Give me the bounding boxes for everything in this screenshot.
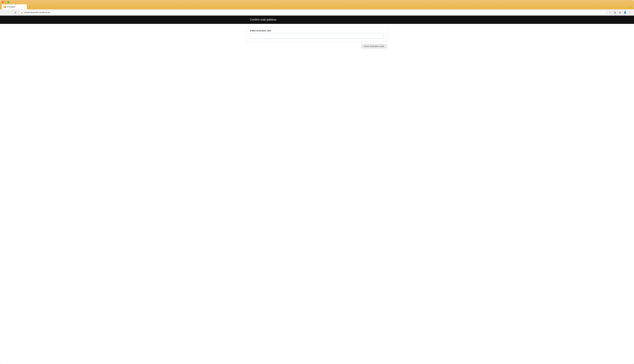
actions-row: Send verification code <box>247 44 387 49</box>
page-title: Confirm mail address <box>250 18 384 21</box>
sidebar-icon: ⊟ <box>619 11 621 14</box>
tab-title: Promptus <box>7 6 22 8</box>
page-header: Confirm mail address <box>0 16 634 24</box>
browser-toolbar: ← → ↺ 🔒 d1tadrm6cwss08.cloudfront.net ☆ … <box>0 9 634 16</box>
traffic-lights <box>2 1 632 3</box>
field-label: E-Mail verification code <box>250 30 384 32</box>
lock-icon: 🔒 <box>21 12 23 14</box>
reload-button[interactable]: ↺ <box>13 10 18 15</box>
url-display: d1tadrm6cwss08.cloudfront.net <box>24 12 604 14</box>
back-button[interactable]: ← <box>2 10 6 15</box>
tab-expand-button[interactable]: ⌄ <box>628 5 632 8</box>
tab-close-button[interactable]: × <box>23 6 25 8</box>
bookmark-button[interactable]: ☆ <box>608 10 612 15</box>
verification-card: E-Mail verification code <box>247 27 387 41</box>
tabs-list: Promptus × + <box>2 4 32 9</box>
extensions-icon: ⊞ <box>614 11 616 14</box>
tab-favicon <box>4 6 6 8</box>
browser-content: Confirm mail address E-Mail verification… <box>0 16 634 364</box>
browser-titlebar: Promptus × + ⌄ <box>0 0 634 9</box>
extensions-button[interactable]: ⊞ <box>613 10 617 15</box>
toolbar-actions: ☆ ⊞ ⊟ 👤 ⋮ <box>608 10 632 15</box>
page-body: E-Mail verification code Send verificati… <box>0 24 634 364</box>
menu-button[interactable]: ⋮ <box>628 10 632 15</box>
close-button[interactable] <box>2 1 4 3</box>
tabs-row: Promptus × + ⌄ <box>2 4 632 9</box>
minimize-button[interactable] <box>5 1 6 3</box>
bookmark-icon: ☆ <box>609 11 611 14</box>
maximize-button[interactable] <box>8 1 9 3</box>
page-body-inner: E-Mail verification code Send verificati… <box>247 27 387 49</box>
sidebar-button[interactable]: ⊟ <box>618 10 622 15</box>
profile-button[interactable]: 👤 <box>623 10 627 15</box>
address-bar[interactable]: 🔒 d1tadrm6cwss08.cloudfront.net <box>19 10 606 15</box>
active-tab[interactable]: Promptus × <box>2 4 27 9</box>
browser-window: Promptus × + ⌄ ← → ↺ 🔒 d1tadrm6cwss08.cl… <box>0 0 634 364</box>
menu-icon: ⋮ <box>629 11 631 14</box>
profile-icon: 👤 <box>624 11 626 14</box>
verification-code-input[interactable] <box>250 33 384 39</box>
send-verification-button[interactable]: Send verification code <box>361 44 387 49</box>
forward-button[interactable]: → <box>8 10 12 15</box>
new-tab-button[interactable]: + <box>28 5 32 9</box>
page-header-inner: Confirm mail address <box>247 18 387 21</box>
